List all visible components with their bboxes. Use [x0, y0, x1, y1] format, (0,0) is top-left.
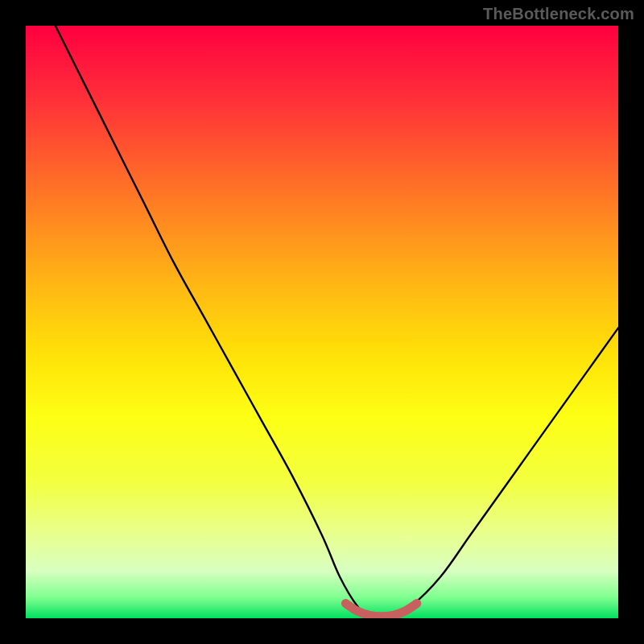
chart-svg — [26, 26, 618, 618]
watermark-text: TheBottleneck.com — [483, 5, 634, 23]
plot-area — [26, 26, 618, 618]
optimal-band — [345, 604, 416, 617]
bottleneck-curve — [56, 26, 618, 618]
chart-frame: TheBottleneck.com — [0, 0, 644, 644]
